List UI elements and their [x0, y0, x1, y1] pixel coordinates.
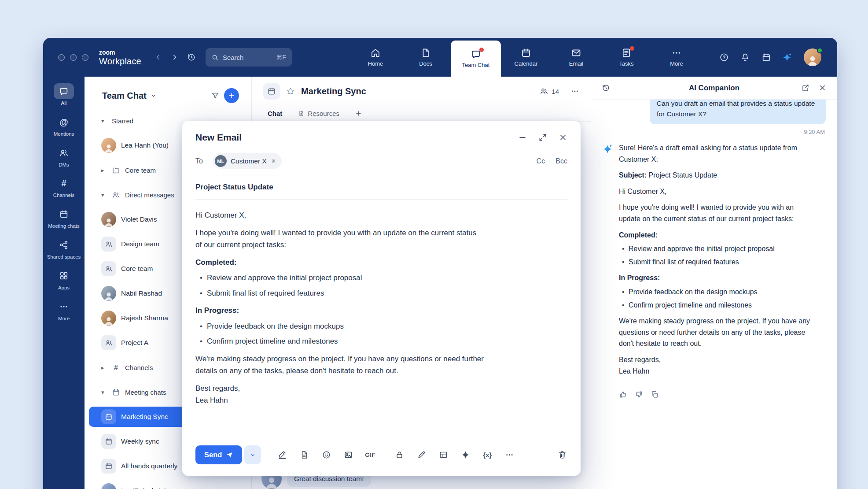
filter-icon [211, 91, 220, 100]
logo-workplace-text: Workplace [99, 57, 141, 66]
ai-open-external-button[interactable] [801, 84, 809, 92]
copy-button[interactable] [651, 390, 659, 399]
help-icon[interactable] [719, 52, 729, 62]
chat-list-title-dropdown[interactable]: Team Chat [102, 91, 157, 101]
calendar-icon [112, 388, 120, 396]
bcc-button[interactable]: Bcc [555, 157, 567, 165]
recipient-chip[interactable]: ML Customer X [213, 153, 282, 169]
nav-tab-home[interactable]: Home [350, 38, 401, 77]
back-button[interactable] [152, 51, 164, 63]
list-item: Confirm project timeline and milestones [195, 335, 567, 348]
nav-tab-tasks[interactable]: Tasks [601, 38, 651, 77]
chevron-down-icon [249, 452, 256, 459]
subject-input[interactable]: Project Status Update [195, 175, 567, 200]
nav-tab-team-chat[interactable]: Team Chat [451, 41, 501, 77]
chat-header: Marketing Sync 14 [252, 77, 591, 106]
ai-compose-button[interactable] [460, 450, 471, 460]
close-icon [559, 133, 567, 142]
rail-item-dms[interactable]: DMs [44, 143, 83, 170]
minimize-button[interactable] [518, 133, 527, 142]
modal-title: New Email [195, 132, 242, 143]
filter-button[interactable] [211, 91, 220, 100]
emoji-button[interactable] [321, 450, 331, 460]
presence-dot [817, 48, 823, 53]
rail-item-channels[interactable]: # Channels [44, 173, 83, 201]
tab-resources[interactable]: Resources [298, 110, 339, 117]
rail-item-shared-spaces[interactable]: Shared spaces [44, 235, 83, 263]
signature-button[interactable] [277, 450, 287, 460]
search-icon [211, 54, 219, 61]
fullscreen-window-button[interactable] [82, 54, 88, 61]
rail-item-apps[interactable]: Apps [44, 266, 83, 293]
people-icon [105, 339, 113, 347]
ai-conversation[interactable]: Can you draft an email that provides a s… [591, 100, 837, 489]
send-button[interactable]: Send [195, 445, 242, 464]
minimize-window-button[interactable] [70, 54, 77, 61]
plus-icon [355, 110, 362, 117]
rail-item-more[interactable]: More [44, 296, 83, 324]
nav-tab-more[interactable]: More [651, 38, 702, 77]
star-chat-button[interactable] [286, 87, 295, 96]
toolbar-more-button[interactable] [504, 450, 515, 460]
search-input[interactable]: Search ⌘F [206, 48, 292, 67]
list-item-lea-rajesh[interactable]: Lea/Rajesh 1:1 [85, 478, 251, 489]
rail-item-all[interactable]: All [44, 81, 83, 109]
notifications-bell-icon[interactable] [740, 52, 750, 62]
pencil-icon [417, 450, 426, 459]
thumbs-down-button[interactable] [635, 390, 643, 399]
calendar-icon [521, 48, 531, 58]
to-field[interactable]: To ML Customer X Cc Bcc [195, 150, 567, 175]
caret-down-icon: ▾ [101, 118, 107, 124]
variables-button[interactable]: {x} [482, 450, 493, 460]
calendar-icon [105, 462, 113, 470]
caret-down-icon: ▾ [101, 389, 107, 396]
completed-list: Review and approve the initial project p… [195, 272, 567, 299]
insert-image-button[interactable] [343, 450, 353, 460]
caret-right-icon: ▸ [101, 364, 107, 371]
expand-button[interactable] [538, 133, 547, 142]
desktop: zoom Workplace Search ⌘F Home [0, 0, 868, 489]
gif-button[interactable]: GIF [365, 450, 375, 460]
chat-icon [59, 86, 69, 96]
file-icon [300, 450, 309, 459]
close-window-button[interactable] [58, 54, 65, 61]
ai-history-button[interactable] [602, 84, 610, 92]
forward-button[interactable] [169, 51, 181, 63]
avatar [101, 212, 116, 227]
list-item: Provide feedback on the design mockups [195, 320, 567, 333]
thumbs-up-button[interactable] [619, 390, 627, 399]
ai-inprogress-list: Provide feedback on the design mockups C… [619, 286, 814, 311]
encryption-button[interactable] [394, 450, 405, 460]
folder-icon [112, 166, 120, 174]
close-icon [818, 84, 827, 92]
to-label: To [195, 157, 203, 165]
nav-tab-calendar[interactable]: Calendar [501, 38, 551, 77]
email-body-editor[interactable]: Hi Customer X, I hope you're doing well!… [182, 200, 581, 407]
template-button[interactable] [438, 450, 449, 460]
nav-tab-email[interactable]: Email [551, 38, 601, 77]
inprogress-list: Provide feedback on the design mockups C… [195, 320, 567, 348]
send-options-button[interactable] [244, 445, 261, 464]
chat-more-button[interactable] [570, 87, 579, 96]
tab-chat[interactable]: Chat [268, 110, 282, 117]
add-tab-button[interactable] [355, 110, 362, 117]
discard-draft-button[interactable] [557, 450, 567, 460]
new-chat-button[interactable] [224, 88, 239, 103]
remove-recipient-icon[interactable] [271, 158, 276, 164]
rail-item-meeting-chats[interactable]: Meeting chats [44, 204, 83, 232]
ai-companion-sparkle-icon[interactable] [783, 52, 792, 62]
cc-button[interactable]: Cc [537, 157, 545, 165]
members-count[interactable]: 14 [540, 87, 559, 96]
close-button[interactable] [559, 133, 567, 142]
rail-item-mentions[interactable]: @ Mentions [44, 112, 83, 140]
history-button[interactable] [185, 51, 198, 63]
nav-tab-docs[interactable]: Docs [401, 38, 451, 77]
ai-close-button[interactable] [818, 84, 827, 92]
attach-file-button[interactable] [299, 450, 309, 460]
star-icon [286, 87, 295, 96]
emoji-icon [322, 450, 331, 459]
schedule-icon[interactable] [761, 52, 771, 62]
ai-sparkle-icon [603, 142, 613, 382]
edit-button[interactable] [416, 450, 427, 460]
user-avatar[interactable] [804, 48, 821, 66]
